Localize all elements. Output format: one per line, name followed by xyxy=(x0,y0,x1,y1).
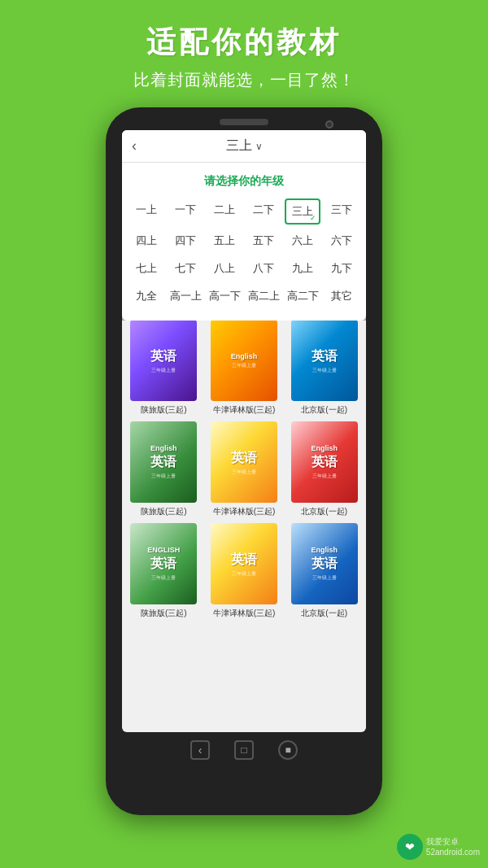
phone-shell: ‹ 三上 ∨ 请选择你的年级 一上一下二上二下三上三下四上四下五上五下六上六下七… xyxy=(106,107,382,815)
sub-title: 比着封面就能选，一目了然！ xyxy=(133,69,355,91)
back-button[interactable]: ‹ xyxy=(132,137,137,155)
grade-item[interactable]: 三上 xyxy=(285,198,320,225)
grade-item[interactable]: 六下 xyxy=(324,229,359,252)
grade-item[interactable]: 一下 xyxy=(168,198,203,225)
screen-header: ‹ 三上 ∨ xyxy=(122,130,366,163)
textbook-label: 牛津译林版(三起) xyxy=(213,608,276,618)
grade-picker-overlay: 请选择你的年级 一上一下二上二下三上三下四上四下五上五下六上六下七上七下八上八下… xyxy=(122,163,366,321)
main-title: 适配你的教材 xyxy=(133,23,355,63)
grade-item[interactable]: 八上 xyxy=(207,257,242,280)
textbook-label: 牛津译林版(三起) xyxy=(213,404,276,415)
grade-item[interactable]: 六上 xyxy=(285,229,320,252)
grade-item[interactable]: 五下 xyxy=(246,229,281,252)
grade-item[interactable]: 高二下 xyxy=(285,285,320,308)
textbook-label: 北京版(一起) xyxy=(301,608,347,618)
back-nav-button[interactable]: ‹ xyxy=(190,740,210,760)
grade-item[interactable]: 三下 xyxy=(324,198,359,225)
textbook-item[interactable]: English英语三年级上册北京版(一起) xyxy=(287,523,361,618)
grade-item[interactable]: 一上 xyxy=(129,198,164,225)
phone-camera xyxy=(325,120,333,129)
chevron-down-icon: ∨ xyxy=(255,141,263,152)
grade-item[interactable]: 二下 xyxy=(246,198,281,225)
phone-speaker xyxy=(220,119,268,125)
grade-item[interactable]: 二上 xyxy=(207,198,242,225)
textbook-grid: 英语三年级上册陕旅版(三起)English三年级上册牛津译林版(三起)英语三年级… xyxy=(122,313,366,732)
textbook-item[interactable]: 英语三年级上册牛津译林版(三起) xyxy=(207,421,281,517)
phone-bottom-nav: ‹ □ ■ xyxy=(106,732,382,771)
home-nav-button[interactable]: □ xyxy=(234,740,254,760)
grade-item[interactable]: 高二上 xyxy=(246,285,281,308)
watermark: ❤ 我爱安卓 52android.com xyxy=(397,834,480,860)
textbook-item[interactable]: English英语三年级上册北京版(一起) xyxy=(287,421,361,517)
textbook-item[interactable]: 英语三年级上册陕旅版(三起) xyxy=(127,320,201,415)
grade-item[interactable]: 四上 xyxy=(129,229,164,252)
watermark-icon: ❤ xyxy=(397,834,423,860)
grade-picker-box: 请选择你的年级 一上一下二上二下三上三下四上四下五上五下六上六下七上七下八上八下… xyxy=(122,163,366,321)
phone-screen: ‹ 三上 ∨ 请选择你的年级 一上一下二上二下三上三下四上四下五上五下六上六下七… xyxy=(122,130,366,732)
textbook-item[interactable]: ENGLISH英语三年级上册陕旅版(三起) xyxy=(127,523,201,618)
grade-grid: 一上一下二上二下三上三下四上四下五上五下六上六下七上七下八上八下九上九下九全高一… xyxy=(129,198,359,308)
header-title: 三上 ∨ xyxy=(226,137,263,155)
textbook-label: 陕旅版(三起) xyxy=(141,608,187,618)
grade-item[interactable]: 九上 xyxy=(285,257,320,280)
grade-item[interactable]: 九下 xyxy=(324,257,359,280)
grade-picker-title: 请选择你的年级 xyxy=(129,174,359,189)
grade-item[interactable]: 五上 xyxy=(207,229,242,252)
recents-nav-button[interactable]: ■ xyxy=(278,740,298,760)
textbook-label: 陕旅版(三起) xyxy=(141,404,187,415)
watermark-text: 我爱安卓 52android.com xyxy=(426,836,480,857)
header-title-text: 三上 xyxy=(226,137,252,155)
textbook-item[interactable]: English英语三年级上册陕旅版(三起) xyxy=(127,421,201,517)
phone-top-bar xyxy=(106,107,382,130)
grade-item[interactable]: 七下 xyxy=(168,257,203,280)
grade-item[interactable]: 高一上 xyxy=(168,285,203,308)
textbook-label: 牛津译林版(三起) xyxy=(213,506,276,517)
grade-item[interactable]: 四下 xyxy=(168,229,203,252)
textbook-label: 北京版(一起) xyxy=(301,404,347,415)
grade-item[interactable]: 其它 xyxy=(324,285,359,308)
textbook-label: 北京版(一起) xyxy=(301,506,347,517)
grade-item[interactable]: 高一下 xyxy=(207,285,242,308)
textbook-item[interactable]: English三年级上册牛津译林版(三起) xyxy=(207,320,281,415)
top-text-area: 适配你的教材 比着封面就能选，一目了然！ xyxy=(133,0,355,99)
textbook-label: 陕旅版(三起) xyxy=(141,506,187,517)
textbook-item[interactable]: 英语三年级上册北京版(一起) xyxy=(287,320,361,415)
grade-item[interactable]: 八下 xyxy=(246,257,281,280)
grade-item[interactable]: 七上 xyxy=(129,257,164,280)
grade-item[interactable]: 九全 xyxy=(129,285,164,308)
textbook-item[interactable]: 英语三年级上册牛津译林版(三起) xyxy=(207,523,281,618)
